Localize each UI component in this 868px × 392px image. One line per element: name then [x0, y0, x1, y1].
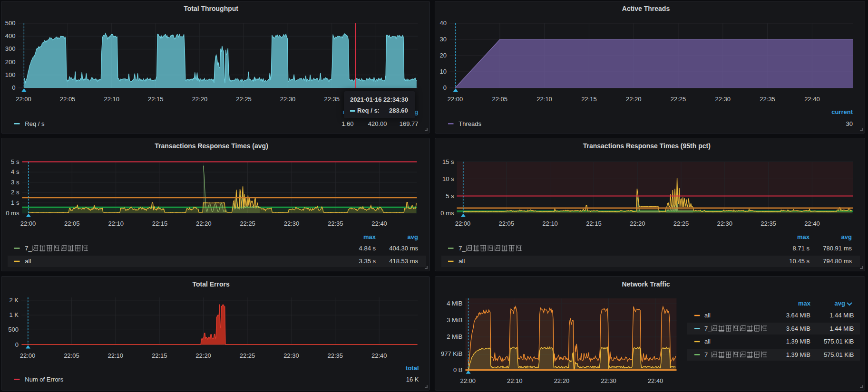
svg-text:22:05: 22:05 [499, 220, 515, 227]
svg-text:22:15: 22:15 [586, 220, 602, 227]
svg-text:22:20: 22:20 [192, 96, 208, 103]
svg-text:7_: 7_ [704, 351, 712, 358]
svg-text:22:20: 22:20 [630, 220, 645, 227]
svg-text:0: 0 [15, 341, 19, 348]
svg-text:max: max [798, 300, 811, 307]
svg-text:0 B: 0 B [453, 366, 463, 373]
svg-text:5 s: 5 s [446, 192, 454, 200]
svg-text:10.45 s: 10.45 s [789, 258, 809, 265]
svg-text:3.64 MiB: 3.64 MiB [786, 312, 810, 319]
svg-text:Total Errors: Total Errors [192, 280, 230, 288]
svg-text:22:30: 22:30 [601, 377, 616, 384]
svg-text:Num of Errors: Num of Errors [25, 376, 63, 383]
svg-text:3 s: 3 s [11, 179, 20, 186]
svg-text:22:10: 22:10 [536, 96, 552, 103]
svg-text:Transactions Response Times (9: Transactions Response Times (95th pct) [583, 142, 711, 150]
svg-text:404.30 ms: 404.30 ms [389, 245, 418, 252]
svg-text:794.80 ms: 794.80 ms [823, 258, 852, 265]
svg-text:22:15: 22:15 [581, 96, 597, 103]
svg-text:22:00: 22:00 [455, 220, 471, 227]
svg-text:30: 30 [846, 120, 853, 127]
svg-text:3.64 MiB: 3.64 MiB [786, 325, 810, 332]
svg-text:22:30: 22:30 [283, 352, 299, 359]
svg-text:total: total [406, 364, 419, 372]
svg-text:22:00: 22:00 [448, 96, 463, 103]
svg-text:1.39 MiB: 1.39 MiB [786, 338, 810, 345]
svg-text:3 MiB: 3 MiB [447, 316, 462, 324]
svg-text:22:40: 22:40 [804, 220, 820, 227]
svg-text:22:30: 22:30 [717, 220, 733, 227]
svg-text:5 s: 5 s [11, 158, 20, 165]
svg-text:500: 500 [8, 326, 19, 333]
svg-text:4 s: 4 s [11, 168, 20, 175]
svg-text:22:35: 22:35 [328, 220, 343, 227]
svg-text:780.91 ms: 780.91 ms [823, 245, 852, 252]
svg-text:22:35: 22:35 [328, 352, 343, 359]
svg-text:22:00: 22:00 [460, 377, 476, 384]
svg-text:Network Traffic: Network Traffic [622, 280, 670, 288]
svg-text:22:40: 22:40 [648, 377, 663, 384]
svg-text:all: all [704, 312, 711, 319]
svg-text:0: 0 [443, 84, 447, 91]
svg-text:200: 200 [5, 58, 16, 66]
svg-text:100: 100 [5, 71, 16, 78]
svg-text:22:35: 22:35 [760, 96, 775, 103]
svg-text:0 ms: 0 ms [440, 210, 454, 217]
svg-text:2 MiB: 2 MiB [447, 333, 462, 340]
svg-text:22:05: 22:05 [64, 352, 79, 359]
svg-text:22:10: 22:10 [108, 352, 124, 359]
svg-text:22:05: 22:05 [60, 96, 76, 103]
svg-text:Total Throughput: Total Throughput [184, 5, 238, 12]
svg-text:20: 20 [440, 52, 447, 59]
svg-text:22:40: 22:40 [804, 96, 820, 103]
svg-text:current: current [831, 108, 853, 115]
svg-text:418.53 ms: 418.53 ms [389, 258, 418, 265]
svg-text:22:30: 22:30 [715, 96, 731, 103]
svg-text:avg: avg [835, 300, 845, 307]
svg-text:40: 40 [440, 19, 447, 27]
svg-text:22:05: 22:05 [492, 96, 508, 103]
svg-text:22:10: 22:10 [507, 377, 523, 384]
svg-text:300: 300 [5, 45, 16, 52]
svg-text:avg: avg [408, 233, 418, 240]
svg-text:Threads: Threads [458, 120, 481, 127]
svg-text:16 K: 16 K [406, 376, 419, 383]
svg-text:Transactions Response Times (a: Transactions Response Times (avg) [155, 142, 268, 150]
svg-text:avg: avg [841, 233, 852, 240]
svg-text:22:35: 22:35 [761, 220, 776, 227]
svg-text:15 s: 15 s [442, 158, 454, 165]
svg-text:7_: 7_ [25, 245, 32, 252]
svg-text:575.01 KiB: 575.01 KiB [824, 338, 854, 345]
svg-text:22:40: 22:40 [371, 220, 387, 227]
svg-text:22:40: 22:40 [371, 352, 387, 359]
svg-text:max: max [363, 233, 376, 240]
svg-text:1.44 MiB: 1.44 MiB [829, 312, 854, 319]
svg-text:1 K: 1 K [9, 311, 19, 318]
svg-text:420.00: 420.00 [368, 120, 387, 127]
svg-text:Req / s: Req / s [25, 120, 45, 127]
svg-text:22:05: 22:05 [64, 220, 80, 227]
svg-text:22:10: 22:10 [104, 96, 119, 103]
svg-text:500: 500 [5, 19, 16, 27]
svg-text:8.71 s: 8.71 s [793, 245, 810, 252]
svg-text:10: 10 [440, 68, 447, 75]
svg-text:169.77: 169.77 [400, 120, 419, 127]
svg-text:22:25: 22:25 [240, 220, 255, 227]
svg-text:22:00: 22:00 [20, 352, 36, 359]
svg-text:0 ms: 0 ms [6, 210, 20, 217]
svg-text:10 s: 10 s [442, 175, 454, 182]
svg-text:22:15: 22:15 [152, 220, 168, 227]
svg-text:22:00: 22:00 [16, 96, 31, 103]
svg-text:1.39 MiB: 1.39 MiB [786, 351, 810, 358]
svg-text:22:10: 22:10 [542, 220, 558, 227]
svg-text:7_: 7_ [458, 245, 466, 252]
svg-text:2 s: 2 s [11, 189, 20, 196]
svg-text:4.84 s: 4.84 s [359, 245, 376, 252]
svg-text:22:30: 22:30 [284, 220, 300, 227]
svg-text:22:20: 22:20 [195, 352, 211, 359]
svg-text:22:15: 22:15 [148, 96, 164, 103]
svg-text:3.35 s: 3.35 s [359, 258, 376, 265]
svg-text:22:30: 22:30 [280, 96, 296, 103]
svg-text:22:00: 22:00 [20, 220, 36, 227]
svg-text:22:20: 22:20 [626, 96, 642, 103]
